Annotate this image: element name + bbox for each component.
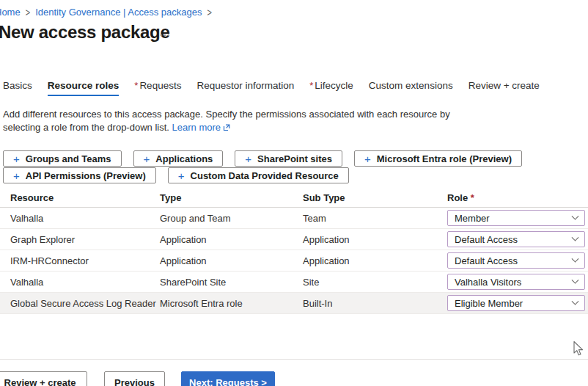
table-row-highlighted[interactable]: Global Secure Access Log Reader Microsof…	[0, 293, 588, 314]
cell-type: Microsoft Entra role	[160, 298, 303, 309]
previous-button[interactable]: Previous	[104, 371, 165, 386]
required-asterisk: *	[134, 80, 138, 91]
tab-label: Lifecycle	[315, 80, 353, 91]
cell-type: SharePoint Site	[160, 277, 303, 288]
add-api-permissions-button[interactable]: +API Permissions (Preview)	[3, 167, 156, 183]
table-row[interactable]: Valhalla Group and Team Team Member	[0, 208, 588, 229]
mouse-cursor	[573, 341, 585, 361]
column-header-role: Role *	[447, 192, 588, 203]
tab-label: Requestor information	[196, 80, 294, 91]
role-dropdown[interactable]: Default Access	[447, 231, 585, 247]
page-description: Add different resources to this access p…	[3, 108, 450, 134]
tab-resource-roles[interactable]: Resource roles	[48, 80, 120, 96]
cell-sub-type: Application	[303, 255, 447, 266]
add-microsoft-entra-role-button[interactable]: +Microsoft Entra role (Preview)	[354, 150, 522, 167]
next-requests-button[interactable]: Next: Requests >	[181, 371, 275, 386]
plus-icon: +	[13, 170, 20, 181]
cell-sub-type: Site	[303, 277, 447, 288]
tab-requestor-information[interactable]: Requestor information	[196, 80, 294, 96]
table-row[interactable]: IRM-HRConnector Application Application …	[0, 250, 588, 272]
plus-icon: +	[13, 153, 20, 164]
breadcrumb: Home > Identity Governance | Access pack…	[0, 7, 217, 18]
column-header-resource: Resource	[10, 192, 160, 203]
plus-icon: +	[364, 153, 371, 164]
cell-resource: Valhalla	[10, 213, 160, 224]
tab-label: Requests	[139, 80, 181, 91]
plus-icon: +	[245, 153, 251, 164]
tab-custom-extensions[interactable]: Custom extensions	[369, 80, 453, 96]
chevron-right-icon: >	[207, 7, 212, 18]
page-title: New access package	[0, 22, 169, 43]
cell-sub-type: Built-In	[303, 298, 447, 309]
role-dropdown[interactable]: Valhalla Visitors	[447, 274, 585, 290]
add-custom-data-provided-resource-button[interactable]: +Custom Data Provided Resource	[168, 167, 349, 183]
cell-type: Application	[160, 255, 303, 266]
role-dropdown-value: Default Access	[455, 255, 518, 266]
more-menu-button[interactable]: ...	[160, 26, 171, 38]
tab-basics[interactable]: Basics	[3, 80, 32, 96]
chevron-down-icon	[572, 233, 579, 241]
add-applications-button[interactable]: +Applications	[133, 150, 224, 167]
review-create-button[interactable]: Review + create	[0, 371, 87, 386]
learn-more-link[interactable]: Learn more	[172, 122, 221, 133]
description-line-1: Add different resources to this access p…	[3, 108, 450, 121]
table-row[interactable]: Graph Explorer Application Application D…	[0, 229, 588, 250]
new-access-package-page: Home > Identity Governance | Access pack…	[0, 0, 588, 386]
role-dropdown[interactable]: Member	[447, 210, 585, 226]
role-dropdown[interactable]: Eligible Member	[447, 295, 585, 311]
cell-type: Application	[160, 234, 303, 245]
chevron-down-icon	[572, 297, 579, 305]
cell-type: Group and Team	[160, 213, 303, 224]
add-sharepoint-sites-button[interactable]: +SharePoint sites	[235, 150, 342, 167]
chevron-down-icon	[572, 212, 579, 219]
cell-resource: IRM-HRConnector	[10, 255, 160, 266]
column-header-type: Type	[160, 192, 303, 203]
cell-resource: Global Secure Access Log Reader	[10, 298, 160, 309]
table-header-row: Resource Type Sub Type Role *	[0, 188, 588, 208]
tab-requests[interactable]: *Requests	[134, 80, 181, 96]
plus-icon: +	[144, 153, 150, 164]
tab-bar: Basics Resource roles *Requests Requesto…	[3, 80, 540, 96]
tab-lifecycle[interactable]: *Lifecycle	[309, 80, 353, 96]
role-dropdown-value: Member	[455, 213, 490, 224]
cell-sub-type: Application	[303, 234, 447, 245]
resource-buttons-row-2: +API Permissions (Preview) +Custom Data …	[3, 167, 349, 183]
button-label: API Permissions (Preview)	[26, 170, 146, 181]
required-asterisk: *	[309, 80, 313, 91]
external-link-icon	[223, 122, 230, 135]
cell-sub-type: Team	[303, 213, 447, 224]
tab-review-create[interactable]: Review + create	[468, 80, 540, 96]
breadcrumb-home-link[interactable]: Home	[0, 7, 21, 18]
column-header-sub-type: Sub Type	[303, 192, 447, 203]
table-row[interactable]: Valhalla SharePoint Site Site Valhalla V…	[0, 272, 588, 293]
button-label: Microsoft Entra role (Preview)	[377, 153, 512, 164]
button-label: Applications	[155, 153, 213, 164]
cell-resource: Valhalla	[10, 277, 160, 288]
footer-divider	[0, 359, 588, 360]
tab-label: Resource roles	[48, 80, 120, 91]
cell-resource: Graph Explorer	[10, 234, 160, 245]
footer-bar: Review + create Previous Next: Requests …	[0, 371, 588, 386]
role-dropdown-value: Valhalla Visitors	[455, 277, 521, 288]
tab-label: Review + create	[468, 80, 540, 91]
tab-label: Custom extensions	[369, 80, 453, 91]
chevron-down-icon	[572, 255, 579, 262]
required-asterisk: *	[471, 192, 474, 203]
add-groups-and-teams-button[interactable]: +Groups and Teams	[3, 150, 122, 167]
chevron-down-icon	[572, 276, 579, 283]
resources-table: Resource Type Sub Type Role * Valhalla G…	[0, 188, 588, 314]
resource-buttons-row-1: +Groups and Teams +Applications +SharePo…	[3, 150, 522, 167]
description-line-2: selecting a role from the drop-down list…	[3, 121, 450, 135]
role-dropdown-value: Eligible Member	[455, 298, 523, 309]
tab-label: Basics	[3, 80, 32, 91]
button-label: Groups and Teams	[26, 153, 111, 164]
breadcrumb-access-packages-link[interactable]: Identity Governance | Access packages	[35, 7, 202, 18]
role-dropdown[interactable]: Default Access	[447, 252, 585, 269]
button-label: Custom Data Provided Resource	[191, 170, 339, 181]
chevron-right-icon: >	[26, 7, 30, 18]
description-line-2-text: selecting a role from the drop-down list…	[3, 122, 169, 133]
button-label: SharePoint sites	[257, 153, 332, 164]
plus-icon: +	[178, 170, 185, 181]
role-dropdown-value: Default Access	[455, 234, 518, 245]
